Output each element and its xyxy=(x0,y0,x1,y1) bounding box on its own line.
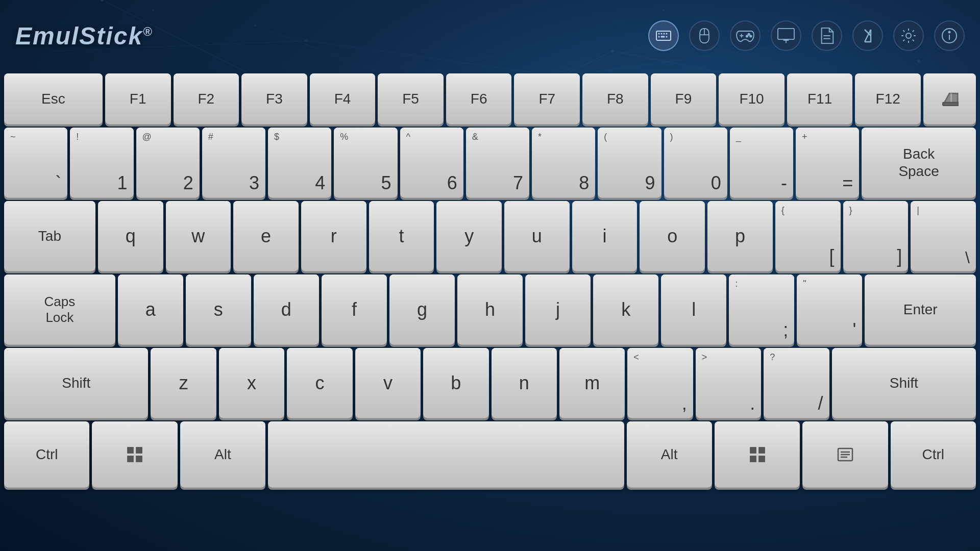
key-0[interactable]: ) 0 xyxy=(664,128,727,198)
key-b[interactable]: b xyxy=(423,348,488,418)
key-u[interactable]: u xyxy=(504,201,570,271)
key-f[interactable]: f xyxy=(322,274,387,345)
key-capslock[interactable]: Caps Lock xyxy=(4,274,115,345)
key-equals[interactable]: + = xyxy=(796,128,859,198)
key-f4[interactable]: F4 xyxy=(310,73,376,124)
key-a[interactable]: a xyxy=(118,274,183,345)
key-win-right[interactable] xyxy=(715,421,800,488)
fn-row: Esc F1 F2 F3 F4 F5 F6 F7 F8 F9 F10 F11 F… xyxy=(2,73,978,124)
bottom-row: Ctrl Alt Alt xyxy=(2,421,978,488)
key-q[interactable]: q xyxy=(98,201,163,271)
key-space[interactable] xyxy=(268,421,624,488)
key-c[interactable]: c xyxy=(287,348,352,418)
media-toolbar-btn[interactable] xyxy=(812,20,842,51)
settings-toolbar-btn[interactable] xyxy=(893,20,924,51)
key-ctrl-left[interactable]: Ctrl xyxy=(4,421,89,488)
key-m[interactable]: m xyxy=(559,348,625,418)
key-z[interactable]: z xyxy=(151,348,216,418)
key-bracket-right[interactable]: } ] xyxy=(843,201,909,271)
key-g[interactable]: g xyxy=(389,274,455,345)
svg-rect-44 xyxy=(778,29,794,39)
key-e[interactable]: e xyxy=(233,201,299,271)
key-w[interactable]: w xyxy=(166,201,231,271)
key-backslash[interactable]: | \ xyxy=(911,201,976,271)
key-f10[interactable]: F10 xyxy=(719,73,785,124)
key-f12[interactable]: F12 xyxy=(855,73,921,124)
svg-point-52 xyxy=(949,32,950,33)
key-x[interactable]: x xyxy=(219,348,284,418)
svg-point-49 xyxy=(906,33,911,38)
key-6[interactable]: ^ 6 xyxy=(400,128,463,198)
key-o[interactable]: o xyxy=(640,201,705,271)
key-j[interactable]: j xyxy=(525,274,591,345)
key-4[interactable]: $ 4 xyxy=(268,128,331,198)
key-d[interactable]: d xyxy=(254,274,319,345)
bluetooth-toolbar-btn[interactable] xyxy=(852,20,883,51)
key-8[interactable]: * 8 xyxy=(532,128,595,198)
header: EmulStick® xyxy=(0,0,980,71)
key-period[interactable]: > . xyxy=(696,348,761,418)
key-7[interactable]: & 7 xyxy=(466,128,529,198)
key-5[interactable]: % 5 xyxy=(334,128,397,198)
key-f7[interactable]: F7 xyxy=(514,73,580,124)
key-y[interactable]: y xyxy=(436,201,502,271)
key-tab[interactable]: Tab xyxy=(4,201,95,271)
key-backspace[interactable]: Back Space xyxy=(862,128,976,198)
key-f11[interactable]: F11 xyxy=(787,73,853,124)
key-1[interactable]: ! 1 xyxy=(70,128,133,198)
key-ctrl-right[interactable]: Ctrl xyxy=(891,421,976,488)
key-2[interactable]: @ 2 xyxy=(136,128,200,198)
key-k[interactable]: k xyxy=(593,274,658,345)
svg-point-41 xyxy=(748,34,750,36)
key-i[interactable]: i xyxy=(572,201,638,271)
key-f6[interactable]: F6 xyxy=(446,73,512,124)
key-backtick[interactable]: ~ ` xyxy=(4,128,67,198)
key-f2[interactable]: F2 xyxy=(174,73,239,124)
key-v[interactable]: v xyxy=(355,348,421,418)
zxcv-row: Shift z x c v b n m < , > . ? / Shift xyxy=(2,348,978,418)
svg-rect-57 xyxy=(127,456,134,462)
key-3[interactable]: # 3 xyxy=(202,128,265,198)
key-semicolon[interactable]: : ; xyxy=(729,274,794,345)
key-eraser[interactable] xyxy=(923,73,976,124)
key-h[interactable]: h xyxy=(457,274,523,345)
key-bracket-left[interactable]: { [ xyxy=(775,201,841,271)
key-win-left[interactable] xyxy=(92,421,177,488)
key-f5[interactable]: F5 xyxy=(378,73,444,124)
key-alt-right[interactable]: Alt xyxy=(627,421,712,488)
num-row: ~ ` ! 1 @ 2 # 3 $ 4 xyxy=(2,128,978,198)
key-comma[interactable]: < , xyxy=(627,348,693,418)
key-enter[interactable]: Enter xyxy=(865,274,976,345)
keyboard-toolbar-btn[interactable] xyxy=(648,20,679,51)
toolbar xyxy=(648,20,965,51)
key-f3[interactable]: F3 xyxy=(241,73,307,124)
key-f1[interactable]: F1 xyxy=(105,73,171,124)
key-menu[interactable] xyxy=(802,421,888,488)
svg-rect-61 xyxy=(750,456,756,462)
key-minus[interactable]: _ - xyxy=(730,128,793,198)
key-f9[interactable]: F9 xyxy=(651,73,717,124)
gamepad-toolbar-btn[interactable] xyxy=(730,20,761,51)
key-n[interactable]: n xyxy=(492,348,557,418)
svg-rect-58 xyxy=(136,456,142,462)
app-logo: EmulStick® xyxy=(15,22,153,50)
monitor-toolbar-btn[interactable] xyxy=(771,20,801,51)
key-f8[interactable]: F8 xyxy=(582,73,648,124)
key-r[interactable]: r xyxy=(301,201,366,271)
key-9[interactable]: ( 9 xyxy=(598,128,661,198)
key-quote[interactable]: " ' xyxy=(797,274,862,345)
key-alt-left[interactable]: Alt xyxy=(180,421,265,488)
key-esc[interactable]: Esc xyxy=(4,73,103,124)
key-l[interactable]: l xyxy=(661,274,726,345)
mouse-toolbar-btn[interactable] xyxy=(689,20,720,51)
info-toolbar-btn[interactable] xyxy=(934,20,965,51)
svg-point-43 xyxy=(750,35,752,37)
svg-rect-62 xyxy=(758,456,765,462)
key-slash[interactable]: ? / xyxy=(764,348,829,418)
key-t[interactable]: t xyxy=(369,201,434,271)
key-s[interactable]: s xyxy=(186,274,251,345)
key-p[interactable]: p xyxy=(707,201,773,271)
svg-rect-54 xyxy=(943,103,959,105)
key-shift-left[interactable]: Shift xyxy=(4,348,148,418)
key-shift-right[interactable]: Shift xyxy=(832,348,976,418)
